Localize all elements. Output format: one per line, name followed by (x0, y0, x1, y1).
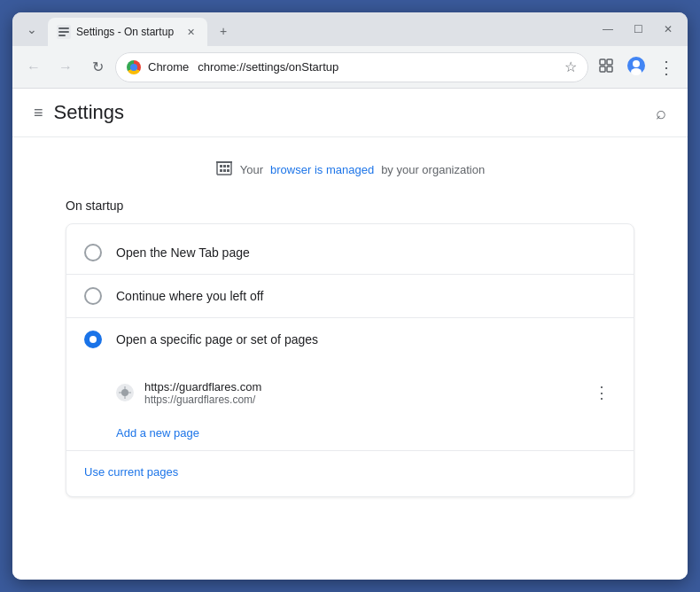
back-button[interactable]: ← (19, 53, 48, 82)
tab-close-button[interactable]: ✕ (183, 24, 198, 40)
option-specific-page[interactable]: Open a specific page or set of pages (66, 318, 634, 361)
page-url-sub: https://guardflares.com/ (144, 393, 577, 406)
svg-rect-1 (58, 27, 69, 29)
sidebar-toggle-button[interactable]: ≡ (34, 104, 43, 122)
use-current-pages-link[interactable]: Use current pages (66, 455, 634, 489)
tab-list-dropdown[interactable]: ⌄ (19, 17, 44, 42)
radio-specific-page[interactable] (84, 331, 102, 348)
option-specific-page-label: Open a specific page or set of pages (116, 332, 318, 347)
more-button[interactable]: ⋮ (652, 53, 681, 82)
extensions-icon (598, 58, 614, 77)
option-continue[interactable]: Continue where you left off (66, 275, 634, 317)
tab-title: Settings - On startup (76, 26, 177, 38)
option-continue-label: Continue where you left off (116, 289, 263, 303)
minimize-button[interactable]: — (595, 17, 620, 42)
svg-rect-2 (58, 31, 69, 33)
browser-content: ≡ Settings ⌕ PC (12, 89, 688, 580)
page-urls: https://guardflares.com https://guardfla… (144, 380, 577, 406)
chrome-logo-icon (127, 60, 141, 74)
tab-strip: Settings - On startup ✕ + (48, 12, 592, 46)
forward-icon: → (58, 59, 73, 75)
options-card: Open the New Tab page Continue where you… (66, 223, 634, 497)
svg-rect-3 (58, 35, 66, 36)
svg-rect-16 (223, 169, 226, 172)
svg-rect-7 (607, 66, 612, 72)
bookmark-star-icon[interactable]: ☆ (564, 58, 577, 75)
startup-pages-section: https://guardflares.com https://guardfla… (66, 361, 634, 417)
forward-button[interactable]: → (51, 53, 80, 82)
svg-rect-14 (227, 165, 229, 167)
settings-body: PC (12, 137, 688, 518)
section-title: On startup (66, 199, 634, 213)
settings-layout: ≡ Settings ⌕ PC (12, 89, 688, 580)
on-startup-section: On startup Open the New Tab page Continu… (66, 199, 634, 497)
reload-icon: ↻ (92, 58, 104, 75)
new-tab-button[interactable]: + (211, 19, 236, 43)
page-title: Settings (54, 101, 125, 124)
managed-notice-text-before: Your (240, 163, 263, 176)
startup-page-item: https://guardflares.com https://guardfla… (116, 371, 616, 414)
svg-rect-13 (223, 165, 226, 167)
maximize-button[interactable]: ☐ (626, 17, 650, 42)
browser-window: ⌄ Settings - On startup ✕ + — ☐ ✕ (12, 12, 688, 580)
svg-rect-5 (607, 59, 612, 65)
settings-header: ≡ Settings ⌕ (12, 89, 688, 137)
title-bar: ⌄ Settings - On startup ✕ + — ☐ ✕ (12, 12, 688, 46)
profile-icon (626, 56, 646, 79)
add-new-page-link[interactable]: Add a new page (66, 417, 634, 447)
svg-rect-4 (600, 59, 605, 65)
use-current-divider (66, 450, 634, 451)
svg-rect-6 (600, 66, 605, 72)
svg-rect-11 (217, 162, 231, 175)
extensions-button[interactable] (592, 53, 620, 82)
svg-point-10 (631, 68, 642, 75)
page-more-button[interactable]: ⋮ (587, 378, 616, 407)
window-controls: — ☐ ✕ (595, 17, 681, 42)
managed-notice-text-after: by your organization (381, 163, 485, 176)
option-new-tab[interactable]: Open the New Tab page (66, 231, 634, 274)
svg-rect-15 (220, 169, 222, 172)
radio-new-tab[interactable] (84, 244, 102, 261)
svg-point-9 (633, 60, 640, 67)
search-button[interactable]: ⌕ (656, 103, 666, 123)
page-url-main: https://guardflares.com (144, 380, 577, 393)
svg-rect-17 (227, 169, 229, 172)
managed-notice-link[interactable]: browser is managed (270, 163, 374, 176)
active-tab[interactable]: Settings - On startup ✕ (48, 18, 207, 46)
navigation-bar: ← → ↻ Chrome chrome://settings/onStartup… (12, 46, 688, 89)
more-icon: ⋮ (657, 57, 675, 78)
tab-favicon (57, 25, 71, 39)
profile-button[interactable] (622, 53, 650, 82)
settings-title-area: ≡ Settings (34, 101, 124, 124)
reload-button[interactable]: ↻ (83, 53, 112, 82)
building-icon (215, 159, 233, 181)
address-url: chrome://settings/onStartup (198, 60, 557, 74)
option-new-tab-label: Open the New Tab page (116, 245, 250, 260)
back-icon: ← (27, 59, 41, 75)
chrome-label: Chrome (148, 60, 189, 74)
svg-rect-12 (220, 165, 222, 167)
managed-notice: Your browser is managed by your organiza… (66, 159, 634, 181)
page-favicon-icon (116, 384, 134, 401)
radio-continue[interactable] (84, 287, 102, 305)
close-button[interactable]: ✕ (656, 17, 681, 42)
address-bar[interactable]: Chrome chrome://settings/onStartup ☆ (115, 52, 588, 82)
svg-rect-18 (216, 161, 232, 163)
nav-right-icons: ⋮ (592, 53, 681, 82)
